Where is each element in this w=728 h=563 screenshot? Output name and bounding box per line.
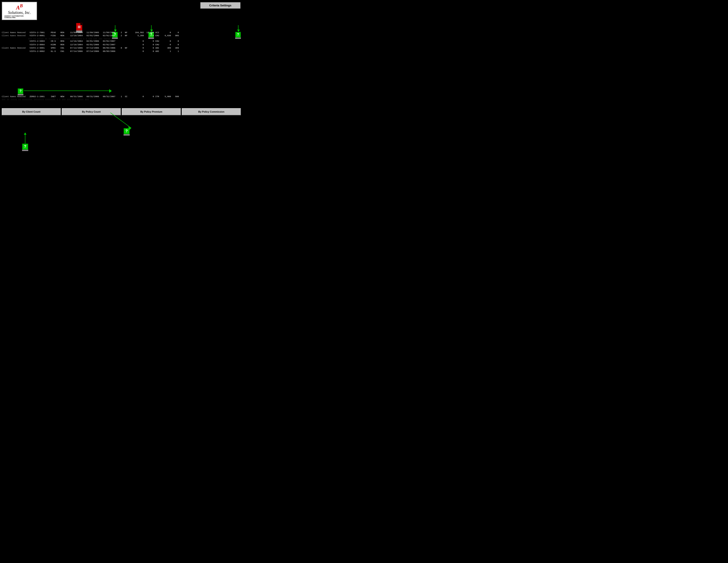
logo-ab-text: AB (16, 4, 23, 11)
table-row: Client Names Removed VISTA-2-8001 FIDU R… (2, 34, 241, 38)
bottom-section: ? ? (0, 124, 243, 188)
logo-solutions-text: Solutions, Inc. (8, 11, 31, 15)
static-noise-row: ||| || ||||| || |||||||| |||||||| ||||||… (2, 38, 241, 40)
table-row: VISTA-2-8004 KIDN REN 12/16/2004 02/01/2… (2, 43, 241, 46)
logo-box: AB Solutions, Inc. AGENCY AUTOMATION CON… (2, 2, 37, 20)
middle-question-icon[interactable]: ? (18, 88, 23, 95)
client-name: Client Names Removed (2, 31, 28, 34)
table-row: VISTA-2-9002 GL-S CN1 07/14/2006 07/14/2… (2, 50, 241, 53)
bottom-right-question-icon[interactable]: ? (124, 128, 130, 135)
table-row: VISTA-2-5003 CR-S REN 12/16/2004 02/01/2… (2, 39, 241, 43)
by-client-count-button[interactable]: By Client Count (2, 108, 61, 115)
highlighted-row-section: Client Names Removed ZERO2-1-2001 INET N… (0, 95, 243, 100)
diagonal-arrow-svg (110, 113, 132, 130)
by-policy-commission-button[interactable]: By Policy Commission (182, 108, 241, 115)
table-row: Client Names Removed VISTA-2-7001 PEAO R… (2, 31, 241, 34)
data-table-section: Client Names Removed VISTA-2-7001 PEAO R… (0, 31, 243, 53)
svg-line-0 (110, 113, 131, 128)
logo-tagline-text: AGENCY AUTOMATION CONSULTING (4, 15, 34, 18)
bottom-left-question-icon[interactable]: ? (22, 132, 28, 151)
highlighted-table-row: Client Names Removed ZERO2-1-2001 INET N… (2, 95, 241, 98)
criteria-settings-bar: Criteria Settings (200, 2, 240, 9)
green-arrow-line (24, 90, 110, 91)
green-arrow-head (109, 89, 112, 93)
table-row: Client Names Removed VISTA-2-9001 SPEC C… (2, 46, 241, 50)
main-container: AB Solutions, Inc. AGENCY AUTOMATION CON… (0, 0, 243, 188)
static-noise-row-2: ||| || ||||| || |||||||| |||||||| ||||||… (2, 98, 241, 100)
